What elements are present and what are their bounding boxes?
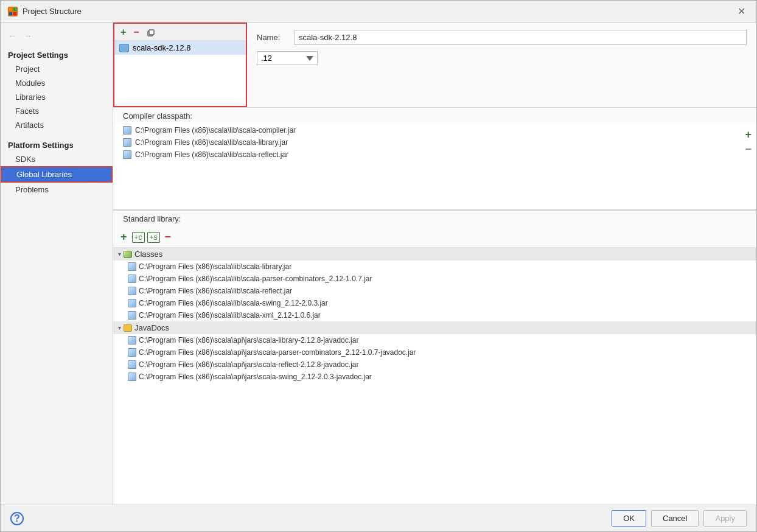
javadocs-folder-icon [124,324,132,332]
classpath-item-label: C:\Program Files (x86)\scala\lib\scala-l… [135,138,288,147]
classpath-remove-button[interactable]: − [745,144,752,155]
svg-rect-2 [9,12,12,15]
tree-item: C:\Program Files (x86)\scala\lib\scala-l… [113,261,756,273]
std-remove-button[interactable]: − [162,229,174,245]
tree-item-label: C:\Program Files (x86)\scala\api\jars\sc… [139,373,372,381]
nav-forward-button[interactable]: → [21,30,35,42]
std-add-classes-button[interactable]: +c [132,232,145,243]
tree-item: C:\Program Files (x86)\scala\api\jars\sc… [113,371,756,383]
platform-settings-header: Platform Settings [1,137,113,152]
app-icon [8,7,18,16]
ok-button[interactable]: OK [612,510,646,527]
classpath-item-label: C:\Program Files (x86)\scala\lib\scala-c… [135,126,296,135]
sdk-item-label: scala-sdk-2.12.8 [133,43,190,52]
title-bar: Project Structure ✕ [1,1,756,23]
tree-item-label: C:\Program Files (x86)\scala\lib\scala-r… [139,287,292,295]
chevron-down-icon: ▾ [118,324,121,331]
name-version-area: Name: .12 .11 .13 [247,23,756,107]
title-bar-left: Project Structure [8,7,82,16]
tree-item: C:\Program Files (x86)\scala\lib\scala-p… [113,273,756,285]
svg-rect-5 [149,30,154,35]
jar-icon [123,138,131,147]
top-area: + − scala-sdk-2.12.8 [113,23,756,108]
compiler-classpath-section: Compiler classpath: C:\Program Files (x8… [113,108,756,210]
close-button[interactable]: ✕ [734,4,749,18]
version-select[interactable]: .12 .11 .13 [257,51,318,65]
svg-rect-3 [13,12,16,15]
sidebar: ← → Project Settings Project Modules Lib… [1,23,113,505]
project-structure-dialog: Project Structure ✕ ← → Project Settings… [0,0,757,532]
classes-group-label: Classes [134,250,162,259]
tree-item: C:\Program Files (x86)\scala\lib\scala-x… [113,309,756,321]
compiler-classpath-header: Compiler classpath: [113,108,756,124]
classpath-item: C:\Program Files (x86)\scala\lib\scala-l… [113,136,756,149]
name-label: Name: [257,33,287,42]
tree-item-label: C:\Program Files (x86)\scala\lib\scala-x… [139,311,321,320]
name-row: Name: [257,30,747,45]
sidebar-item-project[interactable]: Project [1,62,113,76]
add-sdk-button[interactable]: + [118,26,128,38]
version-row: .12 .11 .13 [257,51,747,65]
std-add-button[interactable]: + [118,229,130,245]
jar-icon [128,262,136,271]
nav-back-forward: ← → [1,27,113,47]
javadocs-group-row[interactable]: ▾ JavaDocs [113,321,756,334]
classpath-add-button[interactable]: + [745,129,752,140]
remove-sdk-button[interactable]: − [131,26,141,38]
sidebar-item-libraries[interactable]: Libraries [1,90,113,104]
bottom-bar: ? OK Cancel Apply [1,505,756,531]
tree-item-label: C:\Program Files (x86)\scala\lib\scala-l… [139,262,291,271]
tree-item-label: C:\Program Files (x86)\scala\lib\scala-p… [139,275,372,283]
nav-back-button[interactable]: ← [5,30,19,42]
classes-folder-icon [124,251,132,258]
standard-library-header: Standard library: [113,210,756,227]
sidebar-item-problems[interactable]: Problems [1,183,113,197]
sidebar-item-artifacts[interactable]: Artifacts [1,118,113,132]
jar-icon [123,126,131,135]
chevron-down-icon: ▾ [118,251,121,257]
tree-item-label: C:\Program Files (x86)\scala\lib\scala-s… [139,299,328,307]
jar-icon [128,373,136,381]
sdk-list-item[interactable]: scala-sdk-2.12.8 [114,41,246,55]
sidebar-item-facets[interactable]: Facets [1,104,113,118]
tree-item: C:\Program Files (x86)\scala\lib\scala-s… [113,297,756,309]
jar-icon [128,360,136,369]
classpath-item: C:\Program Files (x86)\scala\lib\scala-r… [113,149,756,161]
std-toolbar: + +c +s − [113,227,756,248]
window-title: Project Structure [23,7,82,16]
tree-item: C:\Program Files (x86)\scala\api\jars\sc… [113,346,756,359]
classpath-item: C:\Program Files (x86)\scala\lib\scala-c… [113,124,756,136]
tree-item: C:\Program Files (x86)\scala\api\jars\sc… [113,359,756,371]
jar-icon [128,336,136,345]
jar-icon [123,150,131,159]
classpath-item-label: C:\Program Files (x86)\scala\lib\scala-r… [135,150,288,159]
svg-rect-0 [9,8,12,11]
sdk-list-items: scala-sdk-2.12.8 [114,41,246,106]
help-button[interactable]: ? [10,512,24,525]
javadocs-group-label: JavaDocs [134,323,169,332]
main-content: ← → Project Settings Project Modules Lib… [1,23,756,505]
classpath-list: C:\Program Files (x86)\scala\lib\scala-c… [113,124,756,209]
cancel-button[interactable]: Cancel [651,510,699,527]
svg-rect-1 [13,8,16,11]
classes-group-row[interactable]: ▾ Classes [113,248,756,261]
jar-icon [128,287,136,295]
jar-icon [128,311,136,320]
tree-item-label: C:\Program Files (x86)\scala\api\jars\sc… [139,348,416,357]
tree-item: C:\Program Files (x86)\scala\api\jars\sc… [113,334,756,346]
name-input[interactable] [295,30,747,45]
sidebar-item-modules[interactable]: Modules [1,76,113,90]
sidebar-item-global-libraries[interactable]: Global Libraries [1,166,113,183]
sidebar-item-sdks[interactable]: SDKs [1,152,113,166]
tree-item-label: C:\Program Files (x86)\scala\api\jars\sc… [139,360,358,369]
tree-item-label: C:\Program Files (x86)\scala\api\jars\sc… [139,336,358,345]
tree-item: C:\Program Files (x86)\scala\lib\scala-r… [113,285,756,297]
jar-icon [128,275,136,283]
project-settings-header: Project Settings [1,47,113,62]
right-panel: + − scala-sdk-2.12.8 [113,23,756,505]
std-add-sources-button[interactable]: +s [147,232,160,243]
sdk-item-icon [119,44,129,52]
sdk-list-toolbar: + − [114,24,246,41]
copy-sdk-button[interactable] [144,26,158,38]
apply-button[interactable]: Apply [703,510,747,527]
